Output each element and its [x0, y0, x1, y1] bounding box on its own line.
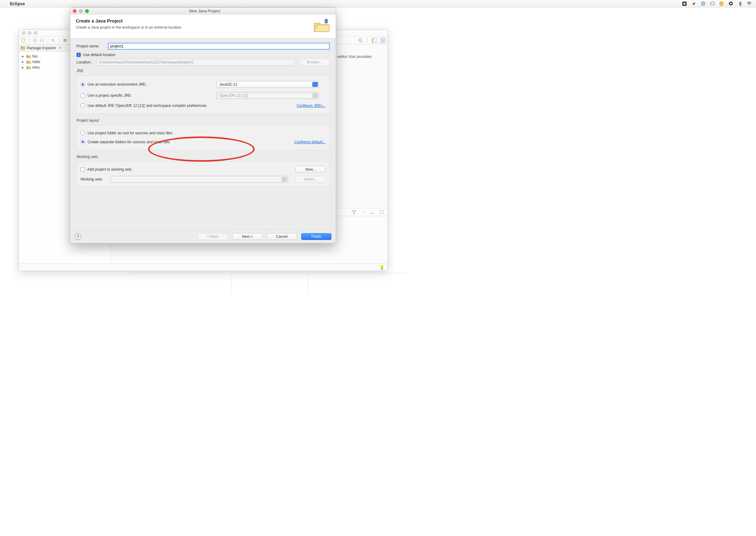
radio-layout-root-label: Use project folder as root for sources a… — [88, 131, 172, 135]
expand-arrow-icon[interactable]: ▶ — [22, 66, 25, 69]
svg-rect-18 — [372, 38, 373, 43]
cloud-icon[interactable] — [710, 1, 715, 6]
maximize-view-icon[interactable] — [379, 210, 384, 215]
window-zoom-icon[interactable] — [85, 9, 89, 13]
next-button[interactable]: Next > — [232, 233, 262, 240]
project-folder-icon — [26, 54, 31, 58]
radio-default-jre-label: Use default JRE 'OpenJDK 12 [12]' and wo… — [88, 104, 294, 108]
dialog-titlebar[interactable]: New Java Project — [70, 8, 336, 15]
dropdown-caret-icon: ⌃⌄ — [312, 82, 318, 87]
lightbulb-icon[interactable]: 💡 — [379, 265, 384, 270]
new-wizard-icon[interactable] — [21, 38, 26, 43]
svg-rect-8 — [33, 39, 37, 42]
select-working-sets-button: Select... — [295, 176, 326, 183]
new-project-banner-icon — [313, 18, 330, 34]
record-icon[interactable] — [682, 1, 687, 6]
checkbox-checked-icon: ✓ — [77, 53, 81, 57]
open-perspective-icon[interactable] — [372, 38, 377, 43]
view-menu-icon[interactable]: ⋮ — [360, 210, 366, 215]
radio-exec-env[interactable] — [81, 82, 85, 87]
window-zoom-icon[interactable] — [34, 31, 37, 35]
svg-rect-12 — [63, 39, 67, 42]
svg-rect-27 — [380, 211, 383, 214]
back-button: < Back — [198, 233, 228, 240]
help-icon[interactable]: ? — [75, 233, 81, 240]
location-label: Location: — [77, 60, 94, 64]
finish-button[interactable]: Finish — [301, 233, 332, 240]
expand-arrow-icon[interactable]: ▶ — [22, 60, 25, 63]
window-close-icon[interactable] — [73, 9, 77, 13]
dialog-window-title: New Java Project — [91, 9, 333, 13]
shield-icon[interactable] — [719, 1, 724, 6]
svg-rect-22 — [21, 47, 22, 48]
window-minimize-icon[interactable] — [28, 31, 31, 35]
svg-rect-25 — [27, 67, 29, 68]
circle-icon[interactable] — [728, 1, 733, 6]
configure-jres-link[interactable]: Configure JREs... — [297, 104, 326, 108]
jre-section: Use an execution environment JRE: JavaSE… — [77, 76, 330, 114]
add-to-working-sets-checkbox[interactable] — [81, 167, 85, 172]
dialog-banner: Create a Java Project Create a Java proj… — [70, 15, 336, 39]
use-default-location-checkbox[interactable]: ✓ Use default location — [77, 53, 330, 57]
dropdown-caret-icon: ⌄ — [312, 93, 318, 98]
location-input — [97, 59, 294, 66]
dialog-banner-title: Create a Java Project — [76, 18, 182, 23]
save-icon — [32, 38, 38, 43]
svg-point-16 — [359, 39, 362, 42]
project-layout-section: Use project folder as root for sources a… — [77, 125, 330, 150]
globe-icon[interactable] — [701, 1, 705, 6]
radio-default-jre[interactable] — [81, 103, 85, 108]
java-perspective-icon[interactable]: J — [380, 38, 386, 43]
save-all-icon — [39, 38, 45, 43]
radio-exec-env-label: Use an execution environment JRE: — [88, 82, 214, 86]
working-sets-title: Working sets — [77, 155, 330, 159]
svg-text:J: J — [382, 39, 383, 42]
filter-icon[interactable] — [351, 210, 357, 215]
svg-point-5 — [730, 3, 732, 5]
radio-project-jre-label: Use a project specific JRE: — [88, 93, 214, 98]
svg-point-1 — [684, 2, 685, 4]
window-close-icon[interactable] — [22, 31, 25, 35]
svg-rect-10 — [41, 39, 44, 42]
project-name-label: Project name: — [77, 44, 105, 49]
cancel-button[interactable]: Cancel — [267, 233, 297, 240]
svg-rect-23 — [27, 56, 29, 57]
new-working-set-button[interactable]: New... — [295, 166, 326, 173]
search-icon[interactable] — [358, 38, 363, 43]
radio-layout-root[interactable] — [81, 131, 85, 135]
minimize-view-icon[interactable] — [370, 210, 375, 215]
layout-section-title: Project layout — [77, 118, 330, 122]
close-view-icon[interactable]: ✕ — [58, 46, 61, 50]
radio-layout-separate-label: Create separate folders for sources and … — [88, 140, 292, 144]
jre-section-title: JRE — [77, 69, 330, 73]
new-java-project-dialog: New Java Project Create a Java Project C… — [70, 7, 336, 243]
expand-arrow-icon[interactable]: ▶ — [22, 55, 25, 58]
working-sets-section: Add project to working sets New... Worki… — [77, 161, 330, 187]
svg-rect-26 — [371, 213, 374, 214]
toggle-link-icon[interactable] — [51, 38, 56, 43]
project-label[interactable]: hello — [32, 60, 40, 64]
radio-project-jre[interactable] — [81, 93, 85, 98]
svg-rect-7 — [21, 39, 24, 42]
package-icon[interactable] — [62, 38, 68, 43]
package-explorer-icon — [21, 46, 25, 50]
exec-env-select[interactable]: JavaSE-12 ⌃⌄ — [216, 81, 319, 88]
app-name[interactable]: Eclipse — [10, 1, 25, 6]
wifi-icon[interactable] — [747, 1, 752, 6]
bluetooth-icon[interactable] — [738, 1, 742, 6]
project-folder-icon — [26, 60, 31, 64]
project-label[interactable]: intro — [32, 65, 39, 70]
radio-layout-separate[interactable] — [81, 140, 85, 144]
project-name-input[interactable] — [108, 43, 330, 50]
browse-button: Browse... — [299, 59, 330, 66]
project-label[interactable]: foo — [32, 54, 38, 58]
menu-bar-tray — [682, 1, 752, 6]
project-folder-icon — [26, 65, 31, 70]
project-jre-value: OpenJDK 12 [12] — [219, 93, 248, 98]
arrow-cursor-icon[interactable] — [691, 1, 696, 6]
svg-point-6 — [749, 4, 749, 5]
mac-menubar: Eclipse — [0, 0, 756, 7]
configure-default-link[interactable]: Configure default... — [295, 140, 326, 144]
dialog-banner-subtitle: Create a Java project in the workspace o… — [76, 25, 182, 30]
exec-env-value: JavaSE-12 — [219, 82, 237, 86]
